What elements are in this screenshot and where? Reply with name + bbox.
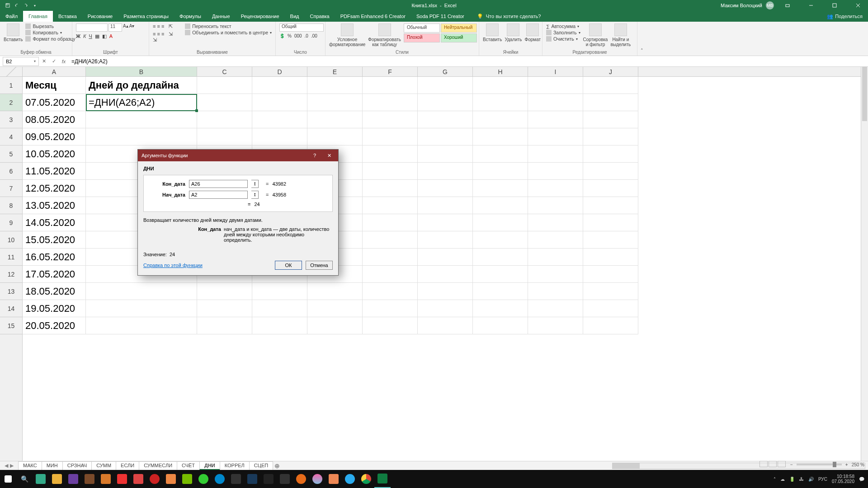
cell-E2[interactable] xyxy=(307,94,363,111)
cell-G6[interactable] xyxy=(418,163,473,180)
cell-E13[interactable] xyxy=(307,283,363,300)
find-select-button[interactable]: Найти и выделить xyxy=(610,23,631,47)
grow-font-icon[interactable]: A▴ xyxy=(123,23,128,32)
number-format-select[interactable]: Общий xyxy=(279,23,324,32)
dialog-help-icon[interactable]: ? xyxy=(309,153,320,159)
app-icon-10[interactable] xyxy=(212,470,228,488)
cell-A8[interactable]: 13.05.2020 xyxy=(23,197,86,214)
merge-button[interactable]: Объединить и поместить в центре▾ xyxy=(185,30,272,35)
app-icon-13[interactable] xyxy=(260,470,277,488)
tab-data[interactable]: Данные xyxy=(207,11,236,22)
tab-layout[interactable]: Разметка страницы xyxy=(118,11,174,22)
sheet-tab-МИН[interactable]: МИН xyxy=(42,461,63,470)
tab-file[interactable]: Файл xyxy=(0,11,23,22)
delete-cells-button[interactable]: Удалить xyxy=(505,23,522,42)
cell-I9[interactable] xyxy=(528,214,583,231)
row-header-6[interactable]: 6 xyxy=(0,163,22,180)
add-sheet-icon[interactable]: ⊕ xyxy=(273,462,282,469)
cell-F2[interactable] xyxy=(363,94,418,111)
cell-F9[interactable] xyxy=(363,214,418,231)
sheet-tab-СЦЕП[interactable]: СЦЕП xyxy=(249,461,273,470)
cell-D3[interactable] xyxy=(252,111,307,128)
app-icon-9[interactable] xyxy=(195,470,212,488)
cell-A15[interactable]: 20.05.2020 xyxy=(23,317,86,334)
cell-J13[interactable] xyxy=(583,283,638,300)
cell-F11[interactable] xyxy=(363,249,418,266)
cell-G5[interactable] xyxy=(418,145,473,163)
vertical-scrollbar[interactable] xyxy=(861,67,868,461)
cell-G11[interactable] xyxy=(418,249,473,266)
style-good[interactable]: Хороший xyxy=(441,33,477,42)
row-header-13[interactable]: 13 xyxy=(0,283,22,300)
cell-I1[interactable] xyxy=(528,77,583,94)
cell-I8[interactable] xyxy=(528,197,583,214)
bold-button[interactable]: Ж xyxy=(76,33,80,39)
cell-I4[interactable] xyxy=(528,128,583,145)
sort-filter-button[interactable]: Сортировка и фильтр xyxy=(583,23,608,47)
cell-G14[interactable] xyxy=(418,300,473,317)
chrome-icon[interactable] xyxy=(358,470,374,488)
tab-home[interactable]: Главная xyxy=(23,11,53,22)
cell-J2[interactable] xyxy=(583,94,638,111)
cell-A5[interactable]: 10.05.2020 xyxy=(23,145,86,163)
cell-G12[interactable] xyxy=(418,266,473,283)
cell-C4[interactable] xyxy=(197,128,252,145)
cell-A10[interactable]: 15.05.2020 xyxy=(23,231,86,249)
app-icon-3[interactable] xyxy=(98,470,114,488)
sheet-tab-СУММЕСЛИ[interactable]: СУММЕСЛИ xyxy=(139,461,177,470)
col-header-C[interactable]: C xyxy=(197,67,252,76)
formula-input[interactable]: =ДНИ(A26;A2) xyxy=(69,58,868,65)
app-icon-2[interactable] xyxy=(81,470,98,488)
row-header-4[interactable]: 4 xyxy=(0,128,22,145)
cell-I14[interactable] xyxy=(528,300,583,317)
cell-I7[interactable] xyxy=(528,180,583,197)
style-normal[interactable]: Обычный xyxy=(404,23,440,33)
cell-A4[interactable]: 09.05.2020 xyxy=(23,128,86,145)
tab-help[interactable]: Справка xyxy=(305,11,335,22)
cell-B13[interactable] xyxy=(86,283,197,300)
cell-I5[interactable] xyxy=(528,145,583,163)
zoom-slider[interactable] xyxy=(797,464,842,465)
collapse-ribbon-icon[interactable]: ˄ xyxy=(637,22,646,56)
cell-J5[interactable] xyxy=(583,145,638,163)
cell-G2[interactable] xyxy=(418,94,473,111)
tab-insert[interactable]: Вставка xyxy=(53,11,82,22)
cell-F4[interactable] xyxy=(363,128,418,145)
cell-H8[interactable] xyxy=(473,197,528,214)
cell-E1[interactable] xyxy=(307,77,363,94)
row-header-10[interactable]: 10 xyxy=(0,231,22,249)
cell-H4[interactable] xyxy=(473,128,528,145)
cell-H13[interactable] xyxy=(473,283,528,300)
col-header-D[interactable]: D xyxy=(252,67,307,76)
cell-H12[interactable] xyxy=(473,266,528,283)
cell-D15[interactable] xyxy=(252,317,307,334)
cell-I2[interactable] xyxy=(528,94,583,111)
fx-icon[interactable]: fx xyxy=(59,59,69,64)
sheet-tab-СЧЁТ[interactable]: СЧЁТ xyxy=(177,461,200,470)
cell-H15[interactable] xyxy=(473,317,528,334)
cell-H6[interactable] xyxy=(473,163,528,180)
insert-cells-button[interactable]: Вставить xyxy=(483,23,502,42)
cell-A9[interactable]: 14.05.2020 xyxy=(23,214,86,231)
cell-F7[interactable] xyxy=(363,180,418,197)
cell-D4[interactable] xyxy=(252,128,307,145)
cell-A13[interactable]: 18.05.2020 xyxy=(23,283,86,300)
qat-customize-icon[interactable]: ▾ xyxy=(32,2,38,9)
cell-B14[interactable] xyxy=(86,300,197,317)
redo-icon[interactable] xyxy=(23,2,29,9)
cell-B15[interactable] xyxy=(86,317,197,334)
zoom-in-icon[interactable]: + xyxy=(845,462,848,467)
cell-H9[interactable] xyxy=(473,214,528,231)
cell-G3[interactable] xyxy=(418,111,473,128)
firefox-icon[interactable] xyxy=(293,470,309,488)
app-icon-1[interactable] xyxy=(65,470,81,488)
cell-J8[interactable] xyxy=(583,197,638,214)
cell-E15[interactable] xyxy=(307,317,363,334)
comma-icon[interactable]: 000 xyxy=(294,33,302,38)
minimize-icon[interactable] xyxy=(801,0,821,11)
user-name[interactable]: Максим Волоцкий xyxy=(721,3,762,8)
tray-battery-icon[interactable]: 🔋 xyxy=(789,477,795,482)
style-bad[interactable]: Плохой xyxy=(404,33,440,42)
cell-H14[interactable] xyxy=(473,300,528,317)
ok-button[interactable]: ОК xyxy=(275,261,302,270)
